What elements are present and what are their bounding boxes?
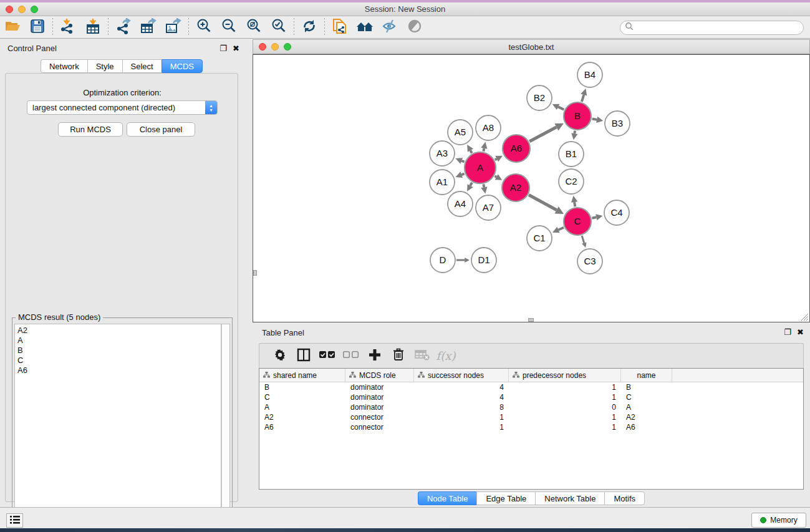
zoom-fit-button[interactable]	[241, 17, 266, 37]
node-D[interactable]: D	[430, 248, 455, 273]
column-header-MCDS-role[interactable]: MCDS role	[345, 369, 414, 382]
mcds-result-item[interactable]: C	[17, 355, 218, 365]
edge-A-A8[interactable]	[483, 148, 484, 152]
mcds-result-item[interactable]: B	[17, 346, 218, 355]
node-B1[interactable]: B1	[559, 142, 584, 167]
edge-A-A5[interactable]	[470, 150, 471, 153]
node-C3[interactable]: C3	[577, 249, 602, 274]
network-canvas[interactable]: B4B2BB3A5A8A6A3B1AA1C2A2A4A7CC4C1C3DD1	[253, 54, 810, 322]
new-network-from-selection-button[interactable]	[327, 17, 352, 37]
import-network-button[interactable]	[55, 17, 80, 37]
save-session-button[interactable]	[25, 17, 50, 37]
table-row[interactable]: Cdominator41C	[259, 392, 803, 402]
zoom-out-button[interactable]	[216, 17, 241, 37]
export-image-button[interactable]	[161, 17, 186, 37]
refresh-layout-button[interactable]	[297, 17, 322, 37]
edge-B-B1[interactable]	[574, 131, 575, 133]
node-B3[interactable]: B3	[605, 111, 630, 136]
canvas-bottom-handle[interactable]	[528, 318, 534, 322]
node-A5[interactable]: A5	[448, 120, 473, 145]
memory-button[interactable]: Memory	[751, 513, 806, 528]
edge-A6-B[interactable]	[529, 127, 556, 142]
edge-B-B2[interactable]	[558, 107, 564, 109]
edge-A-A7[interactable]	[483, 184, 484, 187]
run-mcds-button[interactable]: Run MCDS	[58, 122, 123, 137]
panel-list-button[interactable]	[6, 513, 23, 528]
node-A1[interactable]: A1	[430, 170, 455, 195]
node-D1[interactable]: D1	[471, 248, 496, 273]
node-C2[interactable]: C2	[559, 169, 584, 194]
edge-A-A4[interactable]	[470, 183, 472, 186]
tab-edge-table[interactable]: Edge Table	[476, 491, 535, 505]
node-C[interactable]: C	[564, 208, 591, 235]
edge-A2-C[interactable]	[529, 195, 557, 210]
column-header-shared-name[interactable]: shared name	[259, 369, 345, 382]
column-header-successor-nodes[interactable]: successor nodes	[414, 369, 509, 382]
table-row[interactable]: A6connector11A6	[259, 422, 803, 432]
table-row[interactable]: A2connector11A2	[259, 412, 803, 422]
mcds-result-item[interactable]: A	[17, 336, 218, 346]
show-all-button[interactable]	[402, 17, 427, 37]
column-header-name[interactable]: name	[621, 369, 672, 382]
tab-node-table[interactable]: Node Table	[418, 491, 477, 505]
search-input[interactable]	[634, 24, 803, 32]
float-panel-icon[interactable]: ❐	[219, 44, 227, 53]
table-row[interactable]: Bdominator41B	[259, 382, 803, 392]
edge-A-A2[interactable]	[495, 176, 497, 177]
close-panel-icon[interactable]: ✖	[233, 44, 239, 53]
delete-table-button[interactable]	[410, 346, 434, 367]
edge-C-C4[interactable]	[592, 217, 596, 218]
edge-A-A6[interactable]	[495, 159, 497, 160]
function-builder-button[interactable]: f(x)	[434, 346, 458, 367]
close-panel-button[interactable]: Close panel	[127, 122, 195, 137]
open-session-button[interactable]	[0, 17, 25, 37]
zoom-selected-button[interactable]	[266, 17, 291, 37]
export-table-button[interactable]	[136, 17, 161, 37]
create-column-button[interactable]	[363, 346, 387, 367]
node-C4[interactable]: C4	[604, 200, 629, 225]
edge-B-B3[interactable]	[592, 118, 597, 119]
edge-C-C1[interactable]	[559, 228, 564, 230]
first-neighbors-button[interactable]	[352, 17, 377, 37]
edge-A-A3[interactable]	[461, 161, 464, 162]
edge-C-C3[interactable]	[582, 236, 584, 243]
tab-select[interactable]: Select	[122, 59, 162, 73]
edge-C-C2[interactable]	[574, 202, 575, 206]
node-A6[interactable]: A6	[503, 135, 530, 162]
network-window-titlebar[interactable]: testGlobe.txt	[253, 39, 810, 54]
table-row[interactable]: Adominator80A	[259, 402, 803, 412]
float-panel-icon[interactable]: ❐	[784, 327, 791, 337]
tab-mcds[interactable]: MCDS	[162, 59, 203, 73]
node-A8[interactable]: A8	[476, 115, 501, 140]
resize-grip-icon[interactable]	[798, 310, 809, 321]
node-B2[interactable]: B2	[527, 85, 552, 110]
canvas-left-handle[interactable]	[253, 270, 257, 276]
hide-selected-button[interactable]	[377, 17, 402, 37]
edge-A-A1[interactable]	[461, 174, 464, 175]
tab-motifs[interactable]: Motifs	[604, 491, 645, 505]
tab-network[interactable]: Network	[41, 59, 87, 73]
node-A7[interactable]: A7	[476, 195, 501, 220]
node-B[interactable]: B	[564, 102, 591, 130]
search-box[interactable]	[620, 21, 804, 35]
mcds-result-item[interactable]: A6	[17, 365, 218, 375]
export-network-button[interactable]	[111, 17, 136, 37]
node-A4[interactable]: A4	[448, 191, 473, 216]
close-panel-icon[interactable]: ✖	[797, 327, 804, 337]
import-table-button[interactable]	[80, 17, 105, 37]
mcds-result-scrollbar[interactable]	[221, 324, 230, 529]
criterion-dropdown[interactable]: largest connected component (directed) ▲…	[27, 100, 218, 115]
node-A3[interactable]: A3	[430, 141, 455, 166]
tab-network-table[interactable]: Network Table	[535, 491, 604, 505]
unselect-all-button[interactable]	[339, 346, 363, 367]
column-header-predecessor-nodes[interactable]: predecessor nodes	[509, 369, 621, 382]
show-column-button[interactable]	[292, 346, 316, 367]
select-all-button[interactable]	[316, 346, 339, 367]
delete-column-button[interactable]	[387, 346, 410, 367]
node-A2[interactable]: A2	[502, 174, 529, 201]
node-table[interactable]: shared nameMCDS rolesuccessor nodesprede…	[259, 368, 804, 490]
node-B4[interactable]: B4	[577, 62, 602, 87]
table-settings-button[interactable]	[268, 346, 292, 367]
edge-B-B4[interactable]	[582, 95, 584, 102]
mcds-result-item[interactable]: A2	[17, 326, 218, 336]
